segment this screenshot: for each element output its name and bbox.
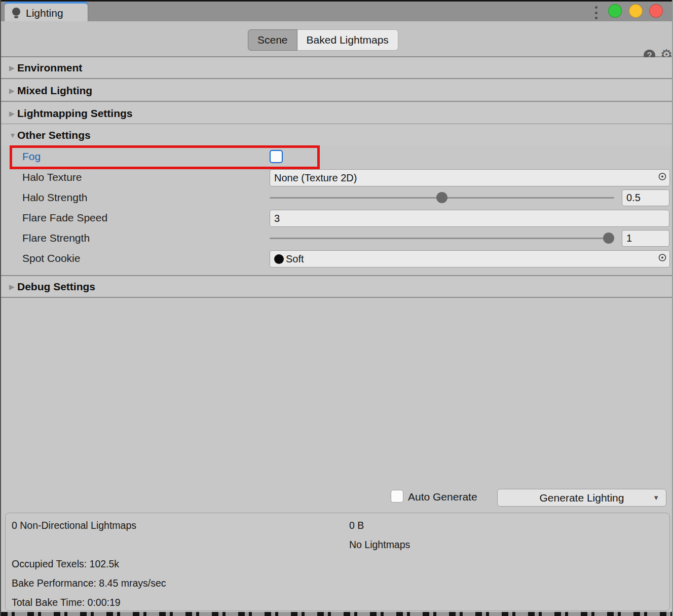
chevron-down-icon: ▼ (1, 131, 16, 139)
clipped-content-strip (1, 612, 672, 616)
menu-dots-icon[interactable] (595, 6, 598, 19)
auto-generate-label: Auto Generate (408, 491, 477, 503)
lightbulb-icon (12, 8, 21, 19)
lightmaps-size: 0 B (349, 520, 364, 531)
bake-status-panel: 0 Non-Directional Lightmaps 0 B No Light… (5, 513, 670, 611)
bake-performance: Bake Performance: 8.45 mrays/sec (12, 578, 166, 589)
section-lightmapping-settings[interactable]: ▶ Lightmapping Settings (1, 103, 672, 125)
window-title: Lighting (26, 7, 63, 19)
occupied-texels: Occupied Texels: 102.5k (12, 558, 119, 570)
halo-texture-value: None (Texture 2D) (274, 172, 357, 184)
toolbar: Scene Baked Lightmaps ? ⚙ (1, 21, 672, 57)
window-tab-bar: Lighting (1, 0, 672, 21)
flare-strength-slider[interactable] (270, 232, 614, 244)
section-debug-settings[interactable]: ▶ Debug Settings (1, 276, 672, 298)
flare-fade-speed-field[interactable]: 3 (270, 210, 669, 227)
cookie-thumbnail-icon (274, 254, 284, 264)
flare-strength-label: Flare Strength (22, 232, 90, 244)
slider-thumb[interactable] (603, 233, 614, 244)
halo-strength-slider[interactable] (270, 191, 614, 204)
no-lightmaps-text: No Lightmaps (349, 539, 410, 551)
tab-scene[interactable]: Scene (248, 29, 297, 51)
spot-cookie-field[interactable]: Soft (270, 250, 670, 267)
object-picker-icon[interactable] (658, 253, 667, 265)
green-light-button[interactable] (608, 4, 622, 18)
chevron-right-icon: ▶ (1, 109, 16, 118)
halo-strength-label: Halo Strength (22, 191, 87, 204)
section-other-settings[interactable]: ▼ Other Settings (1, 124, 672, 146)
yellow-light-button[interactable] (629, 4, 643, 18)
object-picker-icon[interactable] (658, 172, 667, 184)
chevron-right-icon: ▶ (1, 87, 16, 95)
halo-texture-field[interactable]: None (Texture 2D) (270, 169, 670, 186)
lightmaps-count: 0 Non-Directional Lightmaps (12, 520, 136, 531)
halo-texture-label: Halo Texture (22, 171, 82, 183)
spot-cookie-value: Soft (286, 253, 304, 265)
tab-lighting[interactable]: Lighting (4, 2, 88, 23)
section-mixed-lighting[interactable]: ▶ Mixed Lighting (1, 80, 672, 102)
fog-highlight-box (10, 145, 320, 169)
slider-track[interactable] (270, 238, 614, 239)
flare-fade-speed-label: Flare Fade Speed (22, 212, 107, 224)
halo-strength-value[interactable]: 0.5 (622, 189, 669, 206)
red-light-button[interactable] (649, 4, 663, 18)
chevron-right-icon: ▶ (1, 64, 16, 72)
slider-thumb[interactable] (436, 192, 447, 203)
tab-baked-lightmaps[interactable]: Baked Lightmaps (297, 29, 398, 51)
flare-strength-value[interactable]: 1 (622, 230, 669, 247)
flare-fade-speed-value: 3 (274, 213, 280, 224)
chevron-right-icon: ▶ (1, 283, 16, 291)
dropdown-caret-icon: ▼ (653, 494, 659, 502)
lighting-window: Lighting Scene Baked Lightmaps ? ⚙ ▶ Env… (0, 0, 673, 616)
auto-generate-checkbox[interactable] (391, 490, 403, 503)
view-tab-group: Scene Baked Lightmaps (248, 29, 398, 51)
total-bake-time: Total Bake Time: 0:00:19 (12, 597, 121, 608)
section-environment[interactable]: ▶ Environment (1, 57, 672, 79)
spot-cookie-label: Spot Cookie (22, 252, 80, 264)
generate-lighting-button[interactable]: Generate Lighting ▼ (497, 489, 666, 507)
